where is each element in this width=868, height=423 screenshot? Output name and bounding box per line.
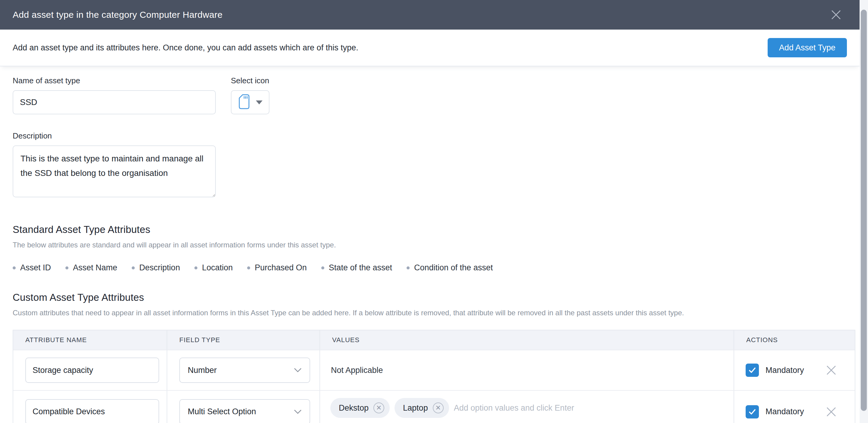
- bullet-dot: [194, 266, 197, 270]
- asset-type-name-input[interactable]: [13, 90, 216, 114]
- option-tag-label: Laptop: [403, 403, 428, 413]
- attribute-name-input[interactable]: [25, 358, 159, 383]
- values-not-applicable-text: Not Applicable: [320, 350, 734, 390]
- custom-attributes-table: ATTRIBUTE NAME FIELD TYPE VALUES ACTIONS…: [13, 330, 855, 423]
- list-item: Condition of the asset: [407, 263, 493, 273]
- add-asset-type-button[interactable]: Add Asset Type: [768, 38, 847, 57]
- remove-row-icon[interactable]: [825, 364, 838, 377]
- name-field-group: Name of asset type: [13, 76, 216, 114]
- field-type-selected-value: Number: [188, 366, 217, 375]
- list-item: Purchased On: [247, 263, 307, 273]
- caret-down-icon: [256, 101, 262, 104]
- custom-section-title: Custom Asset Type Attributes: [13, 292, 847, 303]
- mandatory-checkbox[interactable]: [746, 364, 759, 377]
- icon-select-dropdown[interactable]: [231, 90, 270, 114]
- modal-body: Name of asset type Select icon: [0, 66, 860, 423]
- field-type-cell: Number: [167, 350, 320, 390]
- list-item: Asset Name: [65, 263, 117, 273]
- chevron-down-icon: [294, 368, 302, 373]
- icon-field-group: Select icon: [231, 76, 270, 114]
- column-header-attribute-name: ATTRIBUTE NAME: [13, 330, 167, 350]
- remove-row-icon[interactable]: [825, 405, 838, 419]
- attribute-name-input[interactable]: [25, 399, 159, 423]
- remove-tag-icon[interactable]: ✕: [373, 402, 384, 413]
- table-row: Multi Select Option Dekstop ✕: [13, 390, 855, 423]
- table-header-row: ATTRIBUTE NAME FIELD TYPE VALUES ACTIONS: [13, 330, 855, 350]
- bullet-dot: [65, 266, 68, 270]
- attribute-name-cell: [13, 391, 167, 423]
- description-textarea[interactable]: This is the asset type to maintain and m…: [13, 145, 216, 197]
- mandatory-checkbox-group: Mandatory: [746, 405, 804, 419]
- standard-attributes-list: Asset ID Asset Name Description Location…: [13, 263, 847, 273]
- bullet-dot: [407, 266, 410, 270]
- field-type-select[interactable]: Multi Select Option: [179, 399, 310, 423]
- option-values-input-area: Dekstop ✕ Laptop ✕: [330, 398, 725, 423]
- actions-cell: Mandatory: [734, 391, 855, 423]
- field-type-selected-value: Multi Select Option: [188, 407, 256, 416]
- scrollbar-thumb[interactable]: [861, 10, 867, 411]
- attribute-label: Asset Name: [73, 263, 117, 273]
- toolbar-subtitle: Add an asset type and its attributes her…: [13, 43, 358, 53]
- attribute-label: Purchased On: [255, 263, 307, 273]
- option-tag-label: Dekstop: [339, 403, 369, 413]
- option-tag: Laptop ✕: [395, 398, 449, 418]
- icon-field-label: Select icon: [231, 76, 270, 85]
- modal-header: Add asset type in the category Computer …: [0, 0, 860, 30]
- standard-section-description: The below attributes are standard and wi…: [13, 241, 847, 249]
- add-asset-type-modal: Add asset type in the category Computer …: [0, 0, 868, 423]
- ssd-card-icon: [238, 93, 250, 111]
- values-tags-cell: Dekstop ✕ Laptop ✕: [320, 391, 734, 423]
- description-field-label: Description: [13, 131, 847, 141]
- field-type-select[interactable]: Number: [179, 358, 310, 383]
- column-header-values: VALUES: [320, 330, 734, 350]
- attribute-label: Description: [139, 263, 180, 273]
- list-item: Location: [194, 263, 233, 273]
- name-field-label: Name of asset type: [13, 76, 216, 85]
- bullet-dot: [321, 266, 324, 270]
- standard-attributes-section: Standard Asset Type Attributes The below…: [13, 224, 847, 273]
- option-tag: Dekstop ✕: [330, 398, 390, 418]
- add-option-values-input[interactable]: [454, 403, 725, 413]
- mandatory-label: Mandatory: [766, 366, 804, 375]
- modal-title: Add asset type in the category Computer …: [13, 10, 222, 20]
- bullet-dot: [132, 266, 135, 270]
- column-header-actions: ACTIONS: [734, 330, 855, 350]
- custom-attributes-section: Custom Asset Type Attributes Custom attr…: [13, 292, 847, 423]
- attribute-label: Location: [202, 263, 233, 273]
- attribute-label: Condition of the asset: [414, 263, 493, 273]
- description-field-group: Description This is the asset type to ma…: [13, 131, 847, 199]
- chevron-down-icon: [294, 410, 302, 414]
- toolbar: Add an asset type and its attributes her…: [0, 30, 860, 66]
- field-type-cell: Multi Select Option: [167, 391, 320, 423]
- bullet-dot: [247, 266, 250, 270]
- table-row: Number Not Applicable: [13, 350, 855, 390]
- mandatory-checkbox-group: Mandatory: [746, 364, 804, 377]
- actions-cell: Mandatory: [734, 350, 855, 390]
- bullet-dot: [13, 266, 16, 270]
- list-item: Description: [132, 263, 180, 273]
- scrollbar-track[interactable]: [860, 0, 868, 423]
- custom-section-description: Custom attributes that need to appear in…: [13, 309, 847, 317]
- list-item: Asset ID: [13, 263, 51, 273]
- standard-section-title: Standard Asset Type Attributes: [13, 224, 847, 235]
- close-icon[interactable]: [830, 8, 843, 22]
- mandatory-checkbox[interactable]: [746, 405, 759, 419]
- column-header-field-type: FIELD TYPE: [167, 330, 320, 350]
- mandatory-label: Mandatory: [766, 407, 804, 416]
- attribute-name-cell: [13, 350, 167, 390]
- attribute-label: State of the asset: [329, 263, 392, 273]
- list-item: State of the asset: [321, 263, 392, 273]
- name-and-icon-row: Name of asset type Select icon: [13, 76, 847, 114]
- remove-tag-icon[interactable]: ✕: [433, 402, 444, 413]
- attribute-label: Asset ID: [20, 263, 51, 273]
